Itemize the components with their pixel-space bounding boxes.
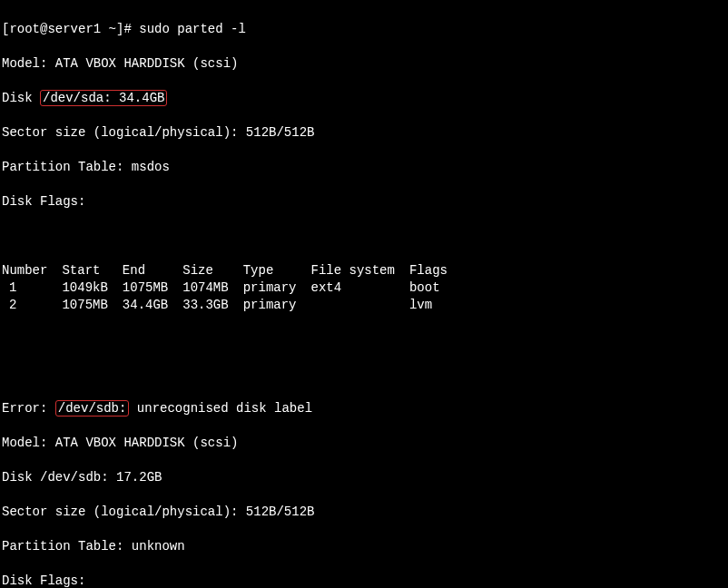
table-header: End: [123, 262, 182, 279]
disk2-disk: Disk /dev/sdb: 17.2GB: [2, 469, 726, 486]
table-header: Flags: [409, 262, 462, 279]
error-highlight: /dev/sdb:: [55, 400, 130, 416]
disk1-ptable: Partition Table: msdos: [2, 159, 726, 176]
disk2-flags: Disk Flags:: [2, 573, 726, 588]
disk1-disk-prefix: Disk: [2, 91, 40, 105]
disk1-sector: Sector size (logical/physical): 512B/512…: [2, 124, 726, 142]
disk1-model: Model: ATA VBOX HARDDISK (scsi): [2, 55, 726, 73]
table-header: Type: [243, 262, 311, 279]
table-header: Number: [2, 262, 62, 279]
error-suffix: unrecognised disk label: [129, 401, 312, 416]
prompt: [root@server1 ~]#: [2, 22, 139, 36]
error-prefix: Error:: [2, 401, 55, 416]
command: sudo parted -l: [139, 22, 246, 36]
disk1-flags: Disk Flags:: [2, 193, 726, 211]
disk1-highlight: /dev/sda: 34.4GB: [40, 90, 167, 106]
disk2-sector: Sector size (logical/physical): 512B/512…: [2, 504, 726, 521]
table-header: File system: [311, 262, 409, 279]
table-header: Size: [182, 262, 242, 279]
table-row: 1 1049kB 1075MB 1074MB primary ext4 boot: [2, 279, 462, 297]
terminal-output[interactable]: [root@server1 ~]# sudo parted -l Model: …: [0, 0, 728, 588]
table-header: Start: [62, 262, 122, 279]
disk2-model: Model: ATA VBOX HARDDISK (scsi): [2, 435, 726, 452]
disk2-ptable: Partition Table: unknown: [2, 538, 726, 555]
table-row: 2 1075MB 34.4GB 33.3GB primary lvm: [2, 297, 462, 314]
disk1-partitions: Number Start End Size Type File system F…: [2, 262, 462, 314]
